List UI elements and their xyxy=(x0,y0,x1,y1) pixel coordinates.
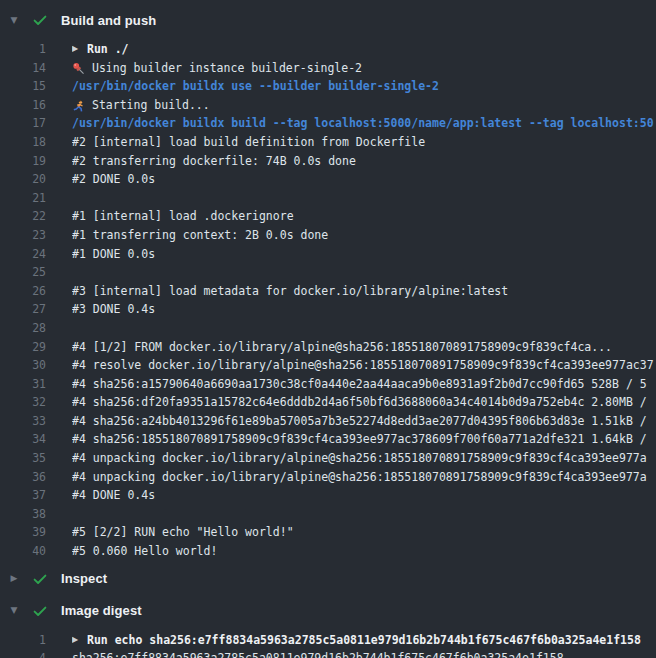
line-text: #5 0.060 Hello world! xyxy=(72,542,656,561)
line-text: Using builder instance builder-single-2 xyxy=(72,59,656,78)
line-number[interactable]: 16 xyxy=(0,96,46,115)
line-text: #3 [internal] load metadata for docker.i… xyxy=(72,282,656,301)
line-number[interactable]: 19 xyxy=(0,152,46,171)
line-number[interactable]: 37 xyxy=(0,486,46,505)
section-header-image-digest[interactable]: ▼ Image digest xyxy=(0,599,656,623)
line-text: sha256:e7ff8834a5963a2785c5a0811e979d16b… xyxy=(72,649,656,658)
check-icon xyxy=(32,603,48,619)
line-number[interactable]: 20 xyxy=(0,170,46,189)
expand-group-icon[interactable]: ▶ xyxy=(72,631,87,650)
line-number[interactable]: 22 xyxy=(0,207,46,226)
line-number[interactable]: 28 xyxy=(0,319,46,338)
line-text: #2 transferring dockerfile: 74B 0.0s don… xyxy=(72,152,656,171)
line-text: /usr/bin/docker buildx build --tag local… xyxy=(72,114,656,133)
log-line: 40 #5 0.060 Hello world! xyxy=(0,542,656,561)
line-text xyxy=(72,505,656,524)
log-line: 1 ▶Run echo sha256:e7ff8834a5963a2785c5a… xyxy=(0,631,656,650)
section-title: Build and push xyxy=(61,13,156,28)
line-message: Starting build... xyxy=(92,96,210,115)
log-line: 21 xyxy=(0,189,656,208)
section-title: Image digest xyxy=(61,603,142,618)
log-viewer: ▼ Build and push 1 ▶Run ./ 14 Using buil… xyxy=(0,0,656,658)
line-number[interactable]: 24 xyxy=(0,245,46,264)
log-line: 29 #4 [1/2] FROM docker.io/library/alpin… xyxy=(0,338,656,357)
line-text: #5 [2/2] RUN echo "Hello world!" xyxy=(72,523,656,542)
log-line: 25 xyxy=(0,263,656,282)
log-line: 33 #4 sha256:a24bb4013296f61e89ba57005a7… xyxy=(0,412,656,431)
log-line: 28 xyxy=(0,319,656,338)
pushpin-icon xyxy=(72,62,85,75)
line-text: #2 DONE 0.0s xyxy=(72,170,656,189)
line-number[interactable]: 34 xyxy=(0,430,46,449)
line-number[interactable]: 21 xyxy=(0,189,46,208)
check-icon xyxy=(32,12,48,28)
line-number[interactable]: 18 xyxy=(0,133,46,152)
chevron-icon: ▼ xyxy=(8,606,20,615)
line-text: #2 [internal] load build definition from… xyxy=(72,133,656,152)
line-text: #1 transferring context: 2B 0.0s done xyxy=(72,226,656,245)
log-line: 34 #4 sha256:185518070891758909c9f839cf4… xyxy=(0,430,656,449)
log-section-image-digest: ▼ Image digest 1 ▶Run echo sha256:e7ff88… xyxy=(0,599,656,658)
section-log: 1 ▶Run ./ 14 Using builder instance buil… xyxy=(0,40,656,561)
line-text: ▶Run ./ xyxy=(72,40,656,59)
group-command-text: Run echo sha256:e7ff8834a5963a2785c5a081… xyxy=(87,631,641,650)
line-number[interactable]: 23 xyxy=(0,226,46,245)
line-number[interactable]: 35 xyxy=(0,449,46,468)
log-line: 35 #4 unpacking docker.io/library/alpine… xyxy=(0,449,656,468)
line-number[interactable]: 1 xyxy=(0,40,46,59)
expand-group-icon[interactable]: ▶ xyxy=(72,40,87,59)
chevron-icon: ▶ xyxy=(8,574,20,583)
line-text: ▶Run echo sha256:e7ff8834a5963a2785c5a08… xyxy=(72,631,656,650)
line-text: #1 DONE 0.0s xyxy=(72,245,656,264)
log-line: 27 #3 DONE 0.4s xyxy=(0,300,656,319)
line-number[interactable]: 26 xyxy=(0,282,46,301)
log-line: 16 Starting build... xyxy=(0,96,656,115)
line-text: #4 sha256:a24bb4013296f61e89ba57005a7b3e… xyxy=(72,412,656,431)
line-number[interactable]: 36 xyxy=(0,468,46,487)
line-number[interactable]: 39 xyxy=(0,523,46,542)
line-number[interactable]: 15 xyxy=(0,77,46,96)
line-number[interactable]: 17 xyxy=(0,114,46,133)
line-number[interactable]: 27 xyxy=(0,300,46,319)
log-line: 38 xyxy=(0,505,656,524)
log-section-build-and-push: ▼ Build and push 1 ▶Run ./ 14 Using buil… xyxy=(0,8,656,561)
line-number[interactable]: 29 xyxy=(0,338,46,357)
group-command-text: Run ./ xyxy=(87,40,129,59)
check-icon xyxy=(32,571,48,587)
log-line: 23 #1 transferring context: 2B 0.0s done xyxy=(0,226,656,245)
line-text xyxy=(72,319,656,338)
line-number[interactable]: 31 xyxy=(0,375,46,394)
line-number[interactable]: 14 xyxy=(0,59,46,78)
line-number[interactable]: 25 xyxy=(0,263,46,282)
log-line: 14 Using builder instance builder-single… xyxy=(0,59,656,78)
section-log: 1 ▶Run echo sha256:e7ff8834a5963a2785c5a… xyxy=(0,631,656,658)
runner-emoji xyxy=(72,100,85,113)
log-line: 4 sha256:e7ff8834a5963a2785c5a0811e979d1… xyxy=(0,649,656,658)
line-text: #1 [internal] load .dockerignore xyxy=(72,207,656,226)
section-header-build-and-push[interactable]: ▼ Build and push xyxy=(0,8,656,32)
line-text: /usr/bin/docker buildx use --builder bui… xyxy=(72,77,656,96)
line-number[interactable]: 33 xyxy=(0,412,46,431)
line-number[interactable]: 30 xyxy=(0,356,46,375)
line-text xyxy=(72,263,656,282)
log-line: 17 /usr/bin/docker buildx build --tag lo… xyxy=(0,114,656,133)
log-line: 15 /usr/bin/docker buildx use --builder … xyxy=(0,77,656,96)
line-number[interactable]: 1 xyxy=(0,631,46,650)
line-number[interactable]: 40 xyxy=(0,542,46,561)
line-message: Using builder instance builder-single-2 xyxy=(92,59,362,78)
section-header-inspect[interactable]: ▶ Inspect xyxy=(0,567,656,591)
line-text: #4 sha256:185518070891758909c9f839cf4ca3… xyxy=(72,430,656,449)
line-text: #3 DONE 0.4s xyxy=(72,300,656,319)
line-number[interactable]: 4 xyxy=(0,649,46,658)
log-line: 19 #2 transferring dockerfile: 74B 0.0s … xyxy=(0,152,656,171)
chevron-icon: ▼ xyxy=(8,16,20,25)
pushpin-emoji xyxy=(72,62,85,75)
runner-icon xyxy=(72,100,85,113)
line-number[interactable]: 32 xyxy=(0,393,46,412)
line-text: #4 resolve docker.io/library/alpine@sha2… xyxy=(72,356,656,375)
line-text: #4 DONE 0.4s xyxy=(72,486,656,505)
log-line: 39 #5 [2/2] RUN echo "Hello world!" xyxy=(0,523,656,542)
section-title: Inspect xyxy=(61,571,107,586)
line-text xyxy=(72,189,656,208)
line-number[interactable]: 38 xyxy=(0,505,46,524)
